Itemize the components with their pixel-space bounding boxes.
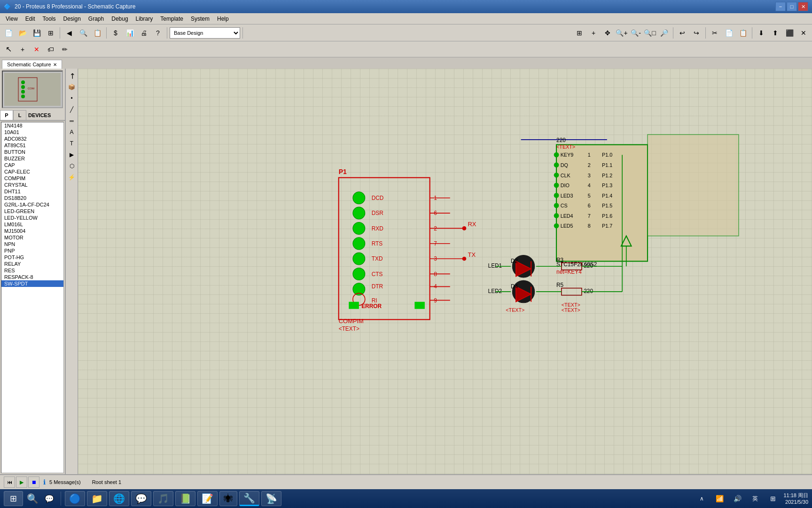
taskbar-app-proteus[interactable]: 🔧	[239, 491, 259, 506]
minimize-button[interactable]: −	[775, 2, 786, 11]
schematic-canvas-area[interactable]: DCD DSR RXD RTS TXD CTS DTR RI 1 6 2 7 3…	[78, 69, 812, 474]
print-button[interactable]: 🖨	[137, 26, 150, 40]
taskbar-app-7[interactable]: 📝	[197, 491, 218, 506]
copy2-button[interactable]: 📄	[722, 26, 735, 40]
place-junction[interactable]: •	[67, 93, 77, 103]
play-button[interactable]: ▶	[16, 476, 27, 488]
select-tool[interactable]: ↖	[2, 43, 15, 56]
taskbar-app-6[interactable]: 📗	[175, 491, 195, 506]
device-item-respack-8[interactable]: RESPACK-8	[1, 274, 63, 280]
panel-tab-p[interactable]: P	[0, 110, 13, 120]
place-port[interactable]: ⬡	[67, 161, 77, 171]
delete-tool[interactable]: ✕	[30, 43, 43, 56]
menu-help[interactable]: Help	[213, 15, 233, 23]
close-schematic-button[interactable]: ✕	[797, 26, 810, 40]
stop-button[interactable]: ⬛	[783, 26, 796, 40]
device-item-motor[interactable]: MOTOR	[1, 234, 63, 241]
taskbar-input[interactable]: ⊞	[765, 491, 781, 506]
place-power[interactable]: ⚡	[67, 172, 77, 183]
start-button[interactable]: ⊞	[4, 491, 23, 506]
currency-button[interactable]: $	[109, 26, 122, 40]
taskbar-speaker[interactable]: 🔊	[730, 491, 745, 506]
place-text[interactable]: T	[67, 138, 77, 149]
menu-tools[interactable]: Tools	[39, 15, 59, 23]
stop-button-transport[interactable]: ⏹	[28, 476, 39, 488]
rewind-button[interactable]: ⏮	[4, 476, 15, 488]
comp-up-button[interactable]: ⬆	[769, 26, 782, 40]
device-item-button[interactable]: BUTTON	[1, 149, 63, 155]
taskbar-app-xcom[interactable]: 📡	[261, 491, 281, 506]
device-item-lm016l[interactable]: LM016L	[1, 221, 63, 228]
system-clock[interactable]: 11:18 周日 2021/5/30	[783, 492, 808, 506]
selection-tool[interactable]: ↗	[64, 68, 79, 83]
device-item-compim[interactable]: COMPIM	[1, 175, 63, 182]
device-item-sw-spdt[interactable]: SW-SPDT	[1, 280, 63, 287]
cut-button[interactable]: ✂	[708, 26, 721, 40]
origin-button[interactable]: +	[587, 26, 600, 40]
device-item-ds18b20[interactable]: DS18B20	[1, 195, 63, 201]
taskbar-app-2[interactable]: 📁	[87, 491, 107, 506]
open-button[interactable]: 📂	[16, 26, 29, 40]
taskbar-app-8[interactable]: 🕷	[219, 491, 237, 506]
add-component-tool[interactable]: +	[16, 43, 29, 56]
device-item-1n4148[interactable]: 1N4148	[1, 122, 63, 129]
design-dropdown[interactable]: Base Design	[170, 27, 240, 39]
device-item-buzzer[interactable]: BUZZER	[1, 155, 63, 162]
device-item-10a01[interactable]: 10A01	[1, 129, 63, 135]
taskbar-app-4[interactable]: 💬	[131, 491, 151, 506]
grid-button[interactable]: ⊞	[573, 26, 586, 40]
menu-design[interactable]: Design	[60, 15, 85, 23]
place-terminal[interactable]: ▶	[67, 150, 77, 160]
menu-library[interactable]: Library	[132, 15, 157, 23]
maximize-button[interactable]: □	[787, 2, 797, 11]
copy-button[interactable]: 📋	[91, 26, 104, 40]
panel-tab-l[interactable]: L	[13, 110, 26, 120]
place-wire[interactable]: ╱	[67, 104, 77, 115]
undo-button[interactable]: ↩	[676, 26, 689, 40]
back-button[interactable]: ◀	[62, 26, 76, 40]
new-button[interactable]: 📄	[2, 26, 15, 40]
taskbar-search[interactable]: 🔍	[25, 491, 40, 506]
pan-button[interactable]: ✥	[601, 26, 614, 40]
place-component[interactable]: 📦	[67, 82, 77, 92]
device-item-mj15004[interactable]: MJ15004	[1, 228, 63, 234]
menu-debug[interactable]: Debug	[108, 15, 132, 23]
taskbar-tray-arrow[interactable]: ∧	[694, 491, 709, 506]
device-item-at89c51[interactable]: AT89C51	[1, 142, 63, 149]
menu-view[interactable]: View	[2, 15, 22, 23]
tile-button[interactable]: ⊞	[44, 26, 57, 40]
device-item-dht11[interactable]: DHT11	[1, 188, 63, 195]
device-item-relay[interactable]: RELAY	[1, 261, 63, 267]
tab-close-button[interactable]: ✕	[53, 62, 57, 67]
zoom-in-button[interactable]: 🔍+	[615, 26, 628, 40]
taskbar-cortana[interactable]: 💬	[42, 491, 57, 506]
device-item-g2rl-1a-cf-dc24[interactable]: G2RL-1A-CF-DC24	[1, 201, 63, 208]
device-item-pnp[interactable]: PNP	[1, 247, 63, 254]
menu-graph[interactable]: Graph	[85, 15, 108, 23]
zoom-out-button[interactable]: 🔍-	[629, 26, 642, 40]
device-item-led-green[interactable]: LED-GREEN	[1, 208, 63, 214]
schematic-tab[interactable]: Schematic Capture ✕	[2, 60, 62, 69]
device-list[interactable]: 1N414810A01ADC0832AT89C51BUTTONBUZZERCAP…	[1, 122, 64, 473]
redo-button[interactable]: ↪	[690, 26, 703, 40]
zoom-area-button[interactable]: 🔍□	[643, 26, 656, 40]
device-item-led-yellow[interactable]: LED-YELLOW	[1, 214, 63, 221]
menu-edit[interactable]: Edit	[22, 15, 39, 23]
help-button[interactable]: ?	[151, 26, 164, 40]
device-item-res[interactable]: RES	[1, 267, 63, 274]
paste-button[interactable]: 📋	[736, 26, 750, 40]
device-item-npn[interactable]: NPN	[1, 241, 63, 247]
tag-tool[interactable]: 🏷	[44, 43, 57, 56]
comp-down-button[interactable]: ⬇	[755, 26, 768, 40]
device-item-pot-hg[interactable]: POT-HG	[1, 254, 63, 261]
taskbar-app-1[interactable]: 🔵	[65, 491, 85, 506]
device-item-cap[interactable]: CAP	[1, 162, 63, 168]
menu-template[interactable]: Template	[156, 15, 187, 23]
taskbar-network[interactable]: 📶	[712, 491, 727, 506]
save-button[interactable]: 💾	[30, 26, 43, 40]
place-label[interactable]: A	[67, 127, 77, 137]
zoom-fit-button[interactable]: 🔍	[77, 26, 90, 40]
taskbar-app-3[interactable]: 🌐	[109, 491, 129, 506]
taskbar-lang[interactable]: 英	[748, 491, 763, 506]
device-item-adc0832[interactable]: ADC0832	[1, 135, 63, 142]
